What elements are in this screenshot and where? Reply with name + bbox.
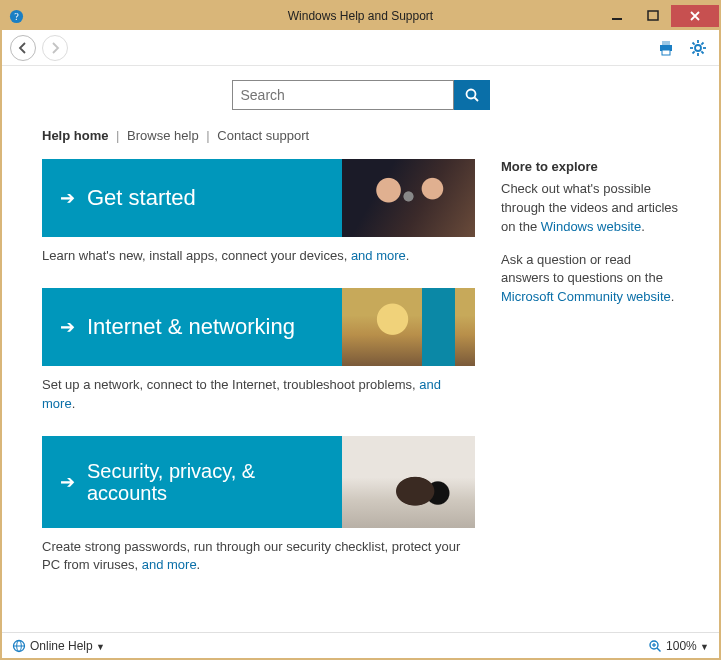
tile-internet-image — [342, 288, 475, 366]
maximize-button[interactable] — [635, 5, 671, 27]
forward-button[interactable] — [42, 35, 68, 61]
aside-paragraph: Check out what's possible through the vi… — [501, 180, 679, 237]
breadcrumb-home[interactable]: Help home — [42, 128, 108, 143]
aside-paragraph: Ask a question or read answers to questi… — [501, 251, 679, 308]
svg-line-15 — [693, 51, 695, 53]
breadcrumb: Help home | Browse help | Contact suppor… — [42, 128, 679, 143]
online-help-icon — [12, 639, 26, 653]
svg-text:?: ? — [14, 11, 19, 22]
minimize-button[interactable] — [599, 5, 635, 27]
titlebar: ? Windows Help and Support — [2, 2, 719, 30]
zoom-icon — [648, 639, 662, 653]
tile-security-desc: Create strong passwords, run through our… — [42, 528, 475, 576]
status-bar: Online Help ▼ 100% ▼ — [2, 632, 719, 658]
and-more-link[interactable]: and more — [351, 248, 406, 263]
aside-column: More to explore Check out what's possibl… — [501, 159, 679, 597]
svg-rect-5 — [662, 41, 670, 45]
search-icon — [464, 87, 480, 103]
close-button[interactable] — [671, 5, 719, 27]
chevron-down-icon: ▼ — [96, 642, 105, 652]
svg-rect-3 — [648, 11, 658, 20]
window-body: Help home | Browse help | Contact suppor… — [2, 30, 719, 658]
search-area — [42, 80, 679, 110]
window-controls — [599, 5, 719, 27]
svg-line-12 — [693, 42, 695, 44]
tile-get-started-header[interactable]: ➔ Get started — [42, 159, 342, 237]
svg-line-22 — [657, 648, 661, 652]
arrow-right-icon: ➔ — [60, 471, 75, 493]
content-area: Help home | Browse help | Contact suppor… — [2, 66, 719, 632]
svg-rect-2 — [612, 18, 622, 20]
arrow-right-icon: ➔ — [60, 187, 75, 209]
search-button[interactable] — [454, 80, 490, 110]
svg-line-14 — [701, 42, 703, 44]
print-icon[interactable] — [653, 35, 679, 61]
tile-security-header[interactable]: ➔ Security, privacy, & accounts — [42, 436, 342, 528]
tile-internet-header[interactable]: ➔ Internet & networking — [42, 288, 342, 366]
breadcrumb-browse[interactable]: Browse help — [127, 128, 199, 143]
windows-website-link[interactable]: Windows website — [541, 219, 641, 234]
svg-line-17 — [474, 98, 478, 102]
search-input[interactable] — [232, 80, 454, 110]
svg-rect-6 — [662, 50, 670, 55]
app-window: ? Windows Help and Support — [0, 0, 721, 660]
tile-security: ➔ Security, privacy, & accounts Create s… — [42, 436, 475, 576]
tile-get-started-image — [342, 159, 475, 237]
gear-icon[interactable] — [685, 35, 711, 61]
aside-heading: More to explore — [501, 159, 679, 174]
tile-internet-networking: ➔ Internet & networking Set up a network… — [42, 288, 475, 414]
svg-line-13 — [701, 51, 703, 53]
main-column: ➔ Get started Learn what's new, install … — [42, 159, 475, 597]
svg-point-16 — [466, 90, 475, 99]
toolbar — [2, 30, 719, 66]
tile-get-started-desc: Learn what's new, install apps, connect … — [42, 237, 475, 266]
tile-get-started: ➔ Get started Learn what's new, install … — [42, 159, 475, 266]
breadcrumb-contact[interactable]: Contact support — [217, 128, 309, 143]
back-button[interactable] — [10, 35, 36, 61]
online-help-dropdown[interactable]: Online Help ▼ — [30, 639, 105, 653]
arrow-right-icon: ➔ — [60, 316, 75, 338]
help-icon[interactable]: ? — [2, 9, 30, 24]
tile-internet-desc: Set up a network, connect to the Interne… — [42, 366, 475, 414]
zoom-dropdown[interactable]: 100% ▼ — [666, 639, 709, 653]
ms-community-link[interactable]: Microsoft Community website — [501, 289, 671, 304]
chevron-down-icon: ▼ — [700, 642, 709, 652]
tile-security-image — [342, 436, 475, 528]
and-more-link[interactable]: and more — [142, 557, 197, 572]
svg-point-7 — [695, 45, 701, 51]
